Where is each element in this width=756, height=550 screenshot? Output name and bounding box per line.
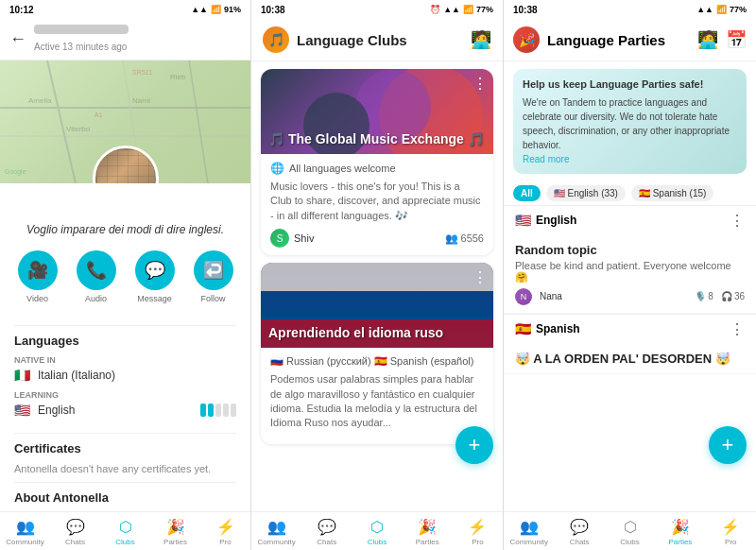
nav-chats-2[interactable]: 💬 Chats: [301, 518, 352, 546]
follow-circle: ↩️: [194, 250, 233, 290]
club-1-body: 🌐 All languages welcome Music lovers - t…: [261, 154, 493, 255]
read-more-link[interactable]: Read more: [523, 152, 737, 166]
avatar: [93, 146, 159, 183]
panel-profile: 10:12 ▲▲ 📶 91% ← Active 13 minutes ago A…: [0, 0, 251, 550]
nav-clubs-1[interactable]: ⬡ Clubs: [100, 518, 150, 546]
follow-button[interactable]: ↩️ Follow: [194, 250, 233, 303]
add-party-button[interactable]: 🧑‍💻: [697, 29, 718, 50]
nav-pro-2[interactable]: ⚡ Pro: [453, 518, 503, 546]
filter-english[interactable]: 🇺🇸 English (33): [546, 185, 626, 201]
club-2-overlay: Aprendiendo el idioma ruso: [261, 318, 493, 348]
club-2-languages: 🇷🇺 Russian (русский) 🇪🇸 Spanish (español…: [270, 355, 484, 368]
club-1-languages: 🌐 All languages welcome: [270, 162, 484, 175]
nav-clubs-2[interactable]: ⬡ Clubs: [352, 518, 402, 546]
clubs-icon-1: ⬡: [119, 518, 132, 536]
nav-community-3[interactable]: 👥 Community: [504, 518, 554, 546]
add-person-button[interactable]: 🧑‍💻: [471, 29, 491, 50]
clubs-label-1: Clubs: [115, 538, 134, 546]
parties-fab-button[interactable]: +: [709, 426, 747, 464]
divider-2: [14, 433, 236, 434]
bar-4: [223, 404, 229, 417]
native-language: 🇮🇹 Italian (Italiano): [14, 368, 236, 383]
svg-text:A1: A1: [94, 112, 103, 118]
parties-label-1: Parties: [163, 538, 187, 546]
speaker-stat: 🎙️ 8: [695, 291, 713, 301]
divider-3: [14, 482, 236, 483]
parties-header-avatar: 🎉: [513, 26, 540, 53]
profile-content: Voglio imparare dei modi di dire inglesi…: [0, 183, 250, 511]
nav-parties-2[interactable]: 🎉 Parties: [403, 518, 453, 546]
parties-icon-1: 🎉: [166, 518, 185, 536]
filter-all[interactable]: All: [513, 185, 541, 201]
parties-label-3: Parties: [668, 538, 692, 546]
nana-avatar: N: [515, 288, 532, 305]
english-section-header: 🇺🇸 English ⋮: [504, 205, 756, 235]
nav-community-2[interactable]: 👥 Community: [251, 518, 301, 546]
map-area: Amelia Narni Viterbo Rieti Google SR521 …: [0, 60, 250, 183]
club-card-music[interactable]: ⋮ 🎵 The Global Music Exchange 🎵 🌐 All la…: [261, 69, 493, 255]
audio-button[interactable]: 📞 Audio: [77, 250, 116, 303]
nav-chats-1[interactable]: 💬 Chats: [50, 518, 100, 546]
battery-3: 77%: [730, 5, 747, 14]
nav-clubs-3[interactable]: ⬡ Clubs: [605, 518, 655, 546]
clubs-icon-3: ⬡: [624, 518, 637, 536]
party-2-title: 🤯 A LA ORDEN PAL' DESORDEN 🤯: [515, 352, 745, 366]
status-bar-3: 10:38 ▲▲ 📶 77%: [504, 0, 756, 19]
message-button[interactable]: 💬 Message: [135, 250, 175, 303]
party-item-spanish[interactable]: 🤯 A LA ORDEN PAL' DESORDEN 🤯: [504, 344, 756, 374]
people-icon: 👥: [445, 232, 458, 245]
nav-parties-3[interactable]: 🎉 Parties: [655, 518, 705, 546]
signal-icon-1: ▲▲: [191, 5, 208, 14]
message-circle: 💬: [135, 250, 175, 290]
nav-parties-1[interactable]: 🎉 Parties: [150, 518, 200, 546]
pro-label-3: Pro: [725, 538, 736, 546]
calendar-button[interactable]: 📅: [726, 29, 747, 50]
nana-name: Nana: [540, 291, 562, 301]
pro-label-1: Pro: [219, 538, 231, 546]
parties-icon-3: 🎉: [671, 518, 690, 536]
club-card-russian[interactable]: ⋮ Aprendiendo el idioma ruso 🇷🇺 Russian …: [261, 263, 493, 444]
community-icon-1: 👥: [16, 518, 35, 536]
time-2: 10:38: [261, 5, 285, 15]
panel-clubs: 10:38 ⏰ ▲▲ 📶 77% 🎵 Language Clubs 🧑‍💻: [251, 0, 504, 550]
status-icons-3: ▲▲ 📶 77%: [696, 5, 747, 14]
community-icon-3: 👥: [520, 518, 539, 536]
nav-pro-1[interactable]: ⚡ Pro: [200, 518, 250, 546]
svg-text:Google: Google: [5, 168, 26, 176]
clock-icon: ⏰: [430, 5, 440, 14]
mic-icon: 🎙️: [695, 291, 706, 301]
status-icons-1: ▲▲ 📶 91%: [191, 5, 241, 14]
club-1-menu[interactable]: ⋮: [472, 75, 488, 93]
spanish-section-menu[interactable]: ⋮: [730, 320, 745, 338]
parties-scroll-area: Help us keep Language Parties safe! We'r…: [504, 61, 756, 511]
club-1-author: S Shiv: [270, 229, 314, 248]
filter-spanish[interactable]: 🇪🇸 Spanish (15): [631, 185, 713, 201]
club-card-image-russian: ⋮ Aprendiendo el idioma ruso: [261, 263, 493, 348]
active-status: Active 13 minutes ago: [34, 42, 127, 52]
learning-label: LEARNING: [14, 390, 236, 400]
languages-section-title: Languages: [14, 334, 236, 348]
club-2-menu[interactable]: ⋮: [472, 268, 488, 286]
nav-community-1[interactable]: 👥 Community: [0, 518, 50, 546]
wifi-icon-1: 📶: [211, 5, 221, 14]
signal-icon-3: ▲▲: [696, 5, 713, 14]
back-button[interactable]: ←: [9, 29, 26, 49]
chats-label-2: Chats: [317, 538, 336, 546]
bar-5: [231, 404, 236, 417]
clubs-fab-button[interactable]: +: [455, 426, 493, 464]
nav-chats-3[interactable]: 💬 Chats: [554, 518, 604, 546]
party-item-random[interactable]: Random topic Please be kind and patient.…: [504, 235, 756, 314]
parties-label-2: Parties: [416, 538, 439, 546]
svg-text:Rieti: Rieti: [170, 73, 185, 81]
nav-pro-3[interactable]: ⚡ Pro: [706, 518, 756, 546]
club-1-title: 🎵 The Global Music Exchange 🎵: [268, 131, 486, 146]
status-bar-2: 10:38 ⏰ ▲▲ 📶 77%: [251, 0, 503, 19]
user-bio: Voglio imparare dei modi di dire inglesi…: [26, 223, 224, 236]
video-button[interactable]: 🎥 Video: [18, 250, 58, 303]
video-circle: 🎥: [18, 250, 58, 290]
profile-header: ← Active 13 minutes ago: [0, 19, 250, 60]
community-icon-2: 👥: [267, 518, 286, 536]
spanish-section-lang: Spanish: [536, 322, 730, 335]
native-label: NATIVE IN: [14, 355, 236, 365]
english-section-menu[interactable]: ⋮: [730, 212, 745, 230]
